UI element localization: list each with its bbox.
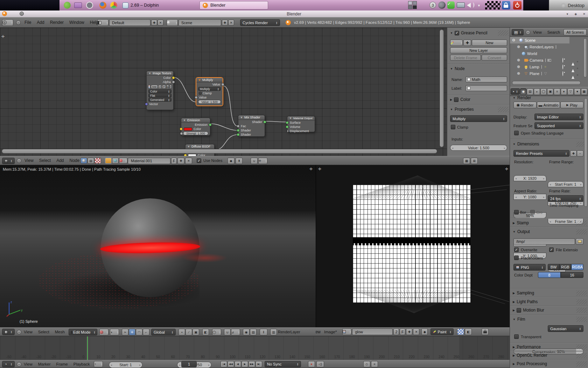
depth-8-button[interactable]: 8 xyxy=(538,272,561,278)
transparent-checkbox[interactable]: ✓ xyxy=(514,334,519,339)
render-button[interactable]: ◉Render xyxy=(513,102,537,108)
scene-add-icon[interactable]: ✚ xyxy=(222,20,228,26)
collapse-icon[interactable]: ▼ xyxy=(240,116,243,119)
tab-world-icon[interactable]: ◯ xyxy=(540,88,547,95)
image-fake-user-button[interactable]: F xyxy=(162,85,166,89)
task-dolphin[interactable]: 2.69 – Dolphin xyxy=(120,1,161,9)
task-blender[interactable]: Blender xyxy=(200,1,268,9)
preview-range-icon[interactable]: ◔▲▼ xyxy=(94,361,103,367)
current-frame-field[interactable]: 1 xyxy=(181,361,197,367)
render-animation-button[interactable]: ▬Animatio xyxy=(537,102,560,108)
tab-render-icon[interactable]: ◉ xyxy=(520,88,526,95)
socket-value-input[interactable] xyxy=(195,96,198,99)
image-browse-icon[interactable]: ▲▼ xyxy=(342,328,351,335)
color-section-checkbox[interactable]: ✓ xyxy=(454,97,458,102)
channels-rgba-button[interactable]: RGBA xyxy=(571,264,583,270)
resolution-x-field[interactable]: ◂X: 1920▸ xyxy=(513,175,546,181)
menu-view[interactable]: View xyxy=(21,330,35,334)
tray-amarok-icon[interactable] xyxy=(438,1,446,9)
audio-speaker-icon[interactable]: ◁) xyxy=(316,361,324,367)
opensuse-icon[interactable] xyxy=(64,2,71,9)
node-hscrollbar[interactable] xyxy=(2,149,437,154)
file-format-select[interactable]: PNG▲▼ xyxy=(513,264,546,271)
render-result-icon[interactable]: ⊞ xyxy=(471,158,478,164)
image-users-button[interactable]: 2 xyxy=(393,328,399,335)
editor-type-button-properties[interactable]: ▸▲▼ xyxy=(511,88,520,95)
render-presets-select[interactable]: Render Presets▲▼ xyxy=(513,150,569,157)
menu-render[interactable]: Render xyxy=(47,20,66,25)
clamp-checkbox[interactable]: ✓ xyxy=(199,92,202,95)
selectability-cursor-icon[interactable] xyxy=(572,58,574,62)
tray-power-icon[interactable] xyxy=(513,1,522,9)
socket-fac-input[interactable] xyxy=(237,125,240,128)
tab-modifiers-icon[interactable]: ♦ xyxy=(561,88,567,95)
material-add-icon[interactable]: ✚ xyxy=(177,158,184,164)
manipulator-scale-icon[interactable]: ⌐ xyxy=(143,329,149,335)
display-select[interactable]: Image Editor▲▼ xyxy=(534,114,583,120)
border-checkbox[interactable]: ✓ xyxy=(514,210,519,214)
motion-blur-checkbox[interactable]: ✓ xyxy=(517,308,521,313)
tray-pattern-icon[interactable] xyxy=(485,1,500,9)
manipulator-rotate-icon[interactable]: ◠ xyxy=(136,329,142,335)
menu-image[interactable]: Image* xyxy=(321,330,340,334)
usb-device-icon[interactable] xyxy=(86,2,93,9)
outliner-row-lamp[interactable]: ⊕ Lamp ✳ xyxy=(510,63,588,70)
panel-clamp-checkbox[interactable]: ✓ xyxy=(451,125,455,129)
selectability-cursor-icon[interactable] xyxy=(572,71,574,76)
menu-add[interactable]: Add xyxy=(54,158,66,163)
menu-view[interactable]: View xyxy=(21,362,35,366)
snap-icon[interactable]: ∪ xyxy=(251,158,258,164)
pivot-center-icon[interactable]: ◑▲▼ xyxy=(110,329,119,335)
node-canvas[interactable]: ▼Image Texture Color Alpha low 2 F ▤ ✕ C… xyxy=(0,28,447,156)
visibility-eye-icon[interactable] xyxy=(562,58,563,62)
collapse-menus-icon[interactable]: − xyxy=(526,30,530,35)
timeline-ruler[interactable]: -50-40-30-20-100102030405060708090100110… xyxy=(0,336,510,360)
snap-mode-icon[interactable]: ✛▲▼ xyxy=(258,158,267,164)
collapse-icon[interactable]: ▼ xyxy=(289,117,292,120)
material-name-field[interactable]: Material.001 xyxy=(128,158,170,164)
expand-icon[interactable]: ⊕ xyxy=(516,58,521,62)
draw-channels-icon[interactable] xyxy=(457,328,464,335)
outliner-row-plane[interactable]: ⊕ ▽ Plane ▽ xyxy=(510,70,588,77)
menu-mesh[interactable]: Mesh xyxy=(52,330,68,334)
render-opengl-icon[interactable]: ◉ xyxy=(243,329,250,335)
editor-type-button-node[interactable]: ▲▼ xyxy=(2,158,15,164)
preset-add-icon[interactable]: ✚ xyxy=(570,150,577,157)
tab-constraints-icon[interactable]: ≡ xyxy=(554,88,560,95)
record-icon[interactable]: ● xyxy=(308,361,315,367)
desktop-button[interactable]: Desktop xyxy=(549,0,588,11)
vertex-select-icon[interactable]: ▪ xyxy=(178,329,185,335)
socket-surface-input[interactable] xyxy=(286,121,289,124)
outliner-scrollbar[interactable] xyxy=(583,38,587,77)
image-add-icon[interactable]: ✚ xyxy=(406,328,412,335)
menu-select[interactable]: Select xyxy=(35,330,52,334)
jump-start-icon[interactable]: |◀ xyxy=(220,361,227,367)
use-nodes-checkbox[interactable]: ✓ xyxy=(197,158,201,163)
expand-icon[interactable]: ⊕ xyxy=(516,65,521,69)
scene-field[interactable]: Scene xyxy=(178,19,221,26)
channels-bw-button[interactable]: BW xyxy=(548,264,559,270)
region-expand-icon[interactable]: ✛ xyxy=(318,167,321,171)
backdrop-icon[interactable]: ▦ xyxy=(463,158,470,164)
preset-remove-icon[interactable]: − xyxy=(577,150,583,157)
panel-operation-select[interactable]: Multiply▲▼ xyxy=(450,115,507,122)
pause-render-icon[interactable]: ‖ xyxy=(260,329,267,335)
socket-strength-input[interactable] xyxy=(180,132,183,135)
convert-button[interactable]: Convert xyxy=(482,55,507,61)
tray-lock-icon[interactable] xyxy=(502,1,510,9)
socket-color-input[interactable] xyxy=(180,128,183,131)
proportional-edit-icon[interactable]: ◯▲▼ xyxy=(212,329,221,335)
menu-add[interactable]: Add xyxy=(34,20,47,25)
manipulator-translate-icon[interactable]: ✛ xyxy=(129,329,135,335)
interpolation-select[interactable]: Color▲▼ xyxy=(148,89,172,93)
snap-magnet-icon[interactable]: ∪ xyxy=(224,329,231,335)
grease-add-button[interactable]: ✚ xyxy=(463,40,471,46)
socket-shader2-input[interactable] xyxy=(237,133,240,136)
properties-scrollbar[interactable] xyxy=(584,98,588,207)
snap-element-icon[interactable]: ⊿▲▼ xyxy=(231,329,240,335)
value-slider[interactable]: Value: 1.500 xyxy=(198,100,221,104)
emission-color-swatch[interactable] xyxy=(184,128,192,131)
frame-start-field[interactable]: ◂Start: 1▸ xyxy=(109,362,142,368)
tab-render-layers-icon[interactable]: ▤ xyxy=(527,88,533,95)
panel-value-slider[interactable]: ◂Value: 1.500▸ xyxy=(450,145,507,151)
